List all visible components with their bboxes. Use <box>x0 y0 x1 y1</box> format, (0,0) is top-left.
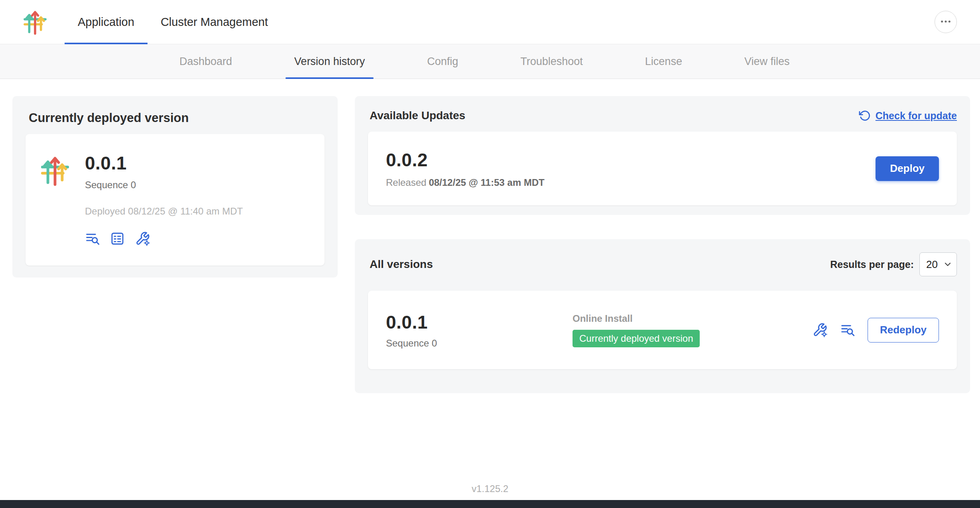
ellipsis-icon <box>939 15 952 29</box>
version-row-status: Online Install Currently deployed versio… <box>573 313 813 347</box>
tab-cluster-management-label: Cluster Management <box>161 16 268 29</box>
top-tabs: Application Cluster Management <box>65 0 281 44</box>
results-per-page-value: 20 <box>926 258 938 271</box>
app-subnav: Dashboard Version history Config Trouble… <box>0 44 980 79</box>
subnav-config[interactable]: Config <box>418 44 467 79</box>
deployed-action-icons <box>85 231 243 246</box>
admin-console-screen: Application Cluster Management Dashboard… <box>0 0 980 508</box>
available-release-info: 0.0.2 Released08/12/25 @ 11:53 am MDT <box>386 149 545 188</box>
overflow-menu-button[interactable] <box>935 11 957 33</box>
deployed-timestamp: Deployed 08/12/25 @ 11:40 am MDT <box>85 206 243 217</box>
config-wrench-icon[interactable] <box>813 323 827 337</box>
deployed-version-number: 0.0.1 <box>85 152 243 174</box>
app-version-icon <box>39 155 71 186</box>
top-header: Application Cluster Management <box>0 0 980 44</box>
app-logo-icon <box>22 9 48 35</box>
available-version-number: 0.0.2 <box>386 149 545 171</box>
deployed-version-details: 0.0.1 Sequence 0 Deployed 08/12/25 @ 11:… <box>85 146 243 254</box>
row-version-number: 0.0.1 <box>386 311 573 333</box>
currently-deployed-badge: Currently deployed version <box>573 330 700 347</box>
available-updates-header: Available Updates Check for update <box>368 109 957 122</box>
available-release-card: 0.0.2 Released08/12/25 @ 11:53 am MDT De… <box>368 132 957 205</box>
results-per-page-label: Results per page: <box>830 259 914 270</box>
deployed-version-card: 0.0.1 Sequence 0 Deployed 08/12/25 @ 11:… <box>26 134 325 266</box>
results-per-page-select[interactable]: 20 <box>919 252 957 276</box>
version-row-info: 0.0.1 Sequence 0 <box>386 311 573 349</box>
console-version-label: v1.125.2 <box>472 483 508 494</box>
results-per-page: Results per page: 20 <box>830 252 957 276</box>
subnav-license[interactable]: License <box>636 44 691 79</box>
currently-deployed-title: Currently deployed version <box>29 111 325 125</box>
tab-application[interactable]: Application <box>65 0 148 44</box>
currently-deployed-panel: Currently deployed version 0.0 <box>12 96 338 278</box>
check-for-update-label: Check for update <box>876 110 957 122</box>
release-notes-icon[interactable] <box>85 231 100 246</box>
available-updates-panel: Available Updates Check for update <box>355 96 970 215</box>
preflight-checklist-icon[interactable] <box>110 231 125 246</box>
available-updates-title: Available Updates <box>370 109 465 122</box>
right-column: Available Updates Check for update <box>355 96 970 393</box>
check-for-update-link[interactable]: Check for update <box>859 110 957 122</box>
release-notes-icon[interactable] <box>840 323 855 337</box>
deployed-sequence: Sequence 0 <box>85 179 243 191</box>
version-row: 0.0.1 Sequence 0 Online Install Currentl… <box>368 291 957 369</box>
version-row-actions: Redeploy <box>813 318 939 343</box>
tab-application-label: Application <box>78 16 134 29</box>
console-footer: v1.125.2 <box>0 478 980 500</box>
all-versions-header: All versions Results per page: 20 <box>368 252 957 276</box>
subnav-troubleshoot[interactable]: Troubleshoot <box>512 44 592 79</box>
bottom-edge-bar <box>0 500 980 508</box>
main-content: Currently deployed version 0.0 <box>0 79 980 478</box>
install-type-label: Online Install <box>573 313 813 324</box>
chevron-down-icon <box>943 260 952 269</box>
tab-cluster-management[interactable]: Cluster Management <box>148 0 281 44</box>
subnav-version-history[interactable]: Version history <box>285 44 374 79</box>
deploy-button[interactable]: Deploy <box>876 156 939 181</box>
released-timestamp: Released08/12/25 @ 11:53 am MDT <box>386 177 545 188</box>
subnav-dashboard[interactable]: Dashboard <box>171 44 241 79</box>
released-prefix: Released <box>386 177 426 188</box>
refresh-icon <box>859 110 871 122</box>
released-date: 08/12/25 @ 11:53 am MDT <box>429 177 544 188</box>
subnav-view-files[interactable]: View files <box>736 44 799 79</box>
row-sequence: Sequence 0 <box>386 338 573 349</box>
config-wrench-icon[interactable] <box>135 231 150 246</box>
all-versions-title: All versions <box>370 258 433 271</box>
all-versions-panel: All versions Results per page: 20 0.0. <box>355 239 970 393</box>
redeploy-button[interactable]: Redeploy <box>868 318 939 343</box>
